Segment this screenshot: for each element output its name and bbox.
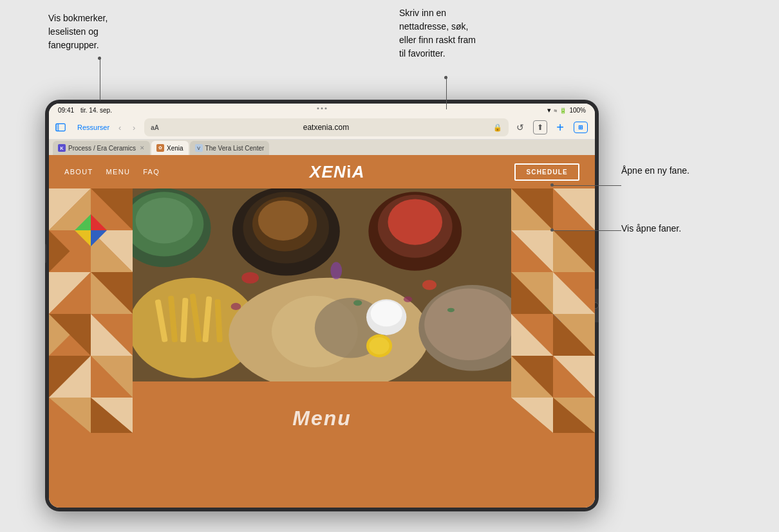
tab-label-process: Process / Era Ceramics (68, 145, 136, 152)
chrome-actions: ↺ ⬆ + ⊞ (512, 120, 588, 135)
svg-marker-17 (49, 272, 91, 314)
svg-marker-15 (75, 230, 91, 246)
reader-mode-button[interactable]: aA (151, 124, 159, 131)
svg-marker-47 (553, 272, 595, 314)
connector-dot-1 (98, 57, 101, 60)
svg-marker-43 (553, 314, 569, 330)
svg-rect-12 (75, 214, 107, 246)
schedule-button[interactable]: SCHEDULE (514, 163, 579, 181)
svg-point-92 (231, 303, 241, 310)
svg-marker-10 (49, 230, 91, 272)
svg-marker-13 (91, 214, 107, 230)
wifi-strength: ≈ (554, 107, 557, 114)
tab-label-xenia: Xenia (167, 145, 183, 152)
tab-label-vera: The Vera List Center (205, 145, 265, 152)
svg-point-95 (369, 337, 389, 354)
ipad-screen: 09:41 tir. 14. sep. ▾ ≈ 🔋 100% Ressurser (49, 104, 595, 508)
connector-line-4 (552, 230, 621, 231)
ipad-frame: 09:41 tir. 14. sep. ▾ ≈ 🔋 100% Ressurser (45, 100, 599, 511)
refresh-button[interactable]: ↺ (512, 120, 528, 135)
side-button-left[interactable] (45, 244, 46, 263)
svg-marker-41 (553, 230, 595, 272)
svg-marker-19 (49, 272, 91, 314)
status-time: 09:41 (58, 107, 74, 114)
svg-point-91 (447, 308, 455, 313)
food-photo (107, 188, 537, 381)
annotation-new-tab: Åpne en ny fane. (621, 164, 744, 178)
svg-marker-23 (49, 314, 91, 356)
bottom-menu-text: Menu (292, 407, 352, 430)
connector-line-2 (446, 76, 447, 109)
svg-point-89 (422, 280, 436, 290)
status-date: tir. 14. sep. (80, 107, 112, 114)
dot1 (317, 107, 319, 109)
tabs-bar: K Process / Era Ceramics ✕ ✿ Xenia V The… (49, 140, 595, 155)
tab-favicon-xenia: ✿ (156, 144, 164, 152)
svg-marker-4 (49, 188, 91, 230)
connector-line-1 (100, 57, 100, 100)
svg-point-69 (258, 201, 308, 241)
status-right: ▾ ≈ 🔋 100% (547, 106, 586, 115)
svg-marker-16 (75, 214, 91, 230)
share-button[interactable]: ⬆ (533, 120, 547, 134)
svg-rect-1 (56, 124, 59, 131)
svg-marker-51 (553, 314, 595, 356)
food-image-svg (107, 188, 537, 381)
svg-point-93 (404, 297, 412, 302)
tab-process[interactable]: K Process / Era Ceramics ✕ (53, 141, 150, 155)
status-left: 09:41 tir. 14. sep. (58, 107, 112, 114)
svg-point-90 (353, 300, 362, 306)
nav-faq[interactable]: FAQ (143, 168, 160, 176)
forward-button[interactable]: › (127, 121, 140, 134)
nav-arrows: ‹ › (113, 121, 140, 134)
website-content: ABOUT MENU FAQ XENiA SCHEDULE (49, 155, 595, 508)
svg-point-72 (388, 199, 442, 244)
battery-icon: 🔋 (559, 107, 567, 114)
xenia-nav-links: ABOUT MENU FAQ (64, 168, 160, 176)
wifi-icon: ▾ (547, 106, 551, 115)
battery-percent: 100% (569, 107, 586, 114)
bottom-section: Menu (49, 381, 595, 433)
status-bar: 09:41 tir. 14. sep. ▾ ≈ 🔋 100% (49, 104, 595, 116)
xenia-navbar: ABOUT MENU FAQ XENiA SCHEDULE (49, 155, 595, 188)
connector-line-3 (552, 185, 621, 186)
svg-marker-35 (553, 188, 595, 230)
browser-chrome: Ressurser ‹ › aA eatxenia.com 🔒 ↺ ⬆ + ⊞ (49, 116, 595, 140)
tab-favicon-vera: V (195, 144, 203, 152)
sidebar-button[interactable] (55, 120, 73, 134)
back-button[interactable]: ‹ (113, 121, 126, 134)
svg-marker-21 (49, 314, 91, 356)
svg-marker-45 (537, 298, 553, 314)
svg-point-65 (136, 197, 193, 243)
three-dots-menu[interactable] (317, 107, 327, 109)
nav-about[interactable]: ABOUT (64, 168, 93, 176)
svg-marker-42 (553, 298, 569, 314)
lock-icon: 🔒 (493, 124, 502, 132)
resources-label[interactable]: Ressurser (77, 124, 109, 131)
tabs-grid-icon: ⊞ (574, 122, 588, 133)
dot2 (321, 107, 323, 109)
sidebar-icon (55, 122, 66, 133)
svg-point-88 (330, 262, 342, 279)
address-bar[interactable]: aA eatxenia.com 🔒 (144, 118, 509, 136)
tab-vera[interactable]: V The Vera List Center (190, 141, 270, 155)
annotation-bookmarks: Vis bokmerker, leselisten og fanegrupper… (48, 12, 151, 52)
annotation-open-tabs: Vis åpne faner. (621, 222, 744, 235)
new-tab-button[interactable]: + (552, 120, 568, 135)
tabs-overview-button[interactable]: ⊞ (573, 120, 588, 135)
annotation-address: Skriv inn en nettadresse, søk, eller fin… (399, 6, 528, 60)
svg-marker-49 (553, 272, 595, 314)
connector-dot-4 (550, 228, 554, 232)
svg-marker-8 (49, 230, 91, 272)
svg-marker-14 (91, 230, 107, 246)
svg-point-86 (424, 289, 513, 360)
xenia-logo: XENiA (310, 162, 365, 182)
svg-marker-39 (553, 230, 595, 272)
connector-dot-2 (444, 76, 447, 79)
tab-close-process[interactable]: ✕ (140, 145, 145, 151)
tab-favicon-process: K (58, 144, 66, 152)
tab-xenia[interactable]: ✿ Xenia (151, 141, 189, 155)
nav-menu[interactable]: MENU (106, 168, 131, 176)
svg-point-84 (371, 300, 402, 326)
connector-dot-3 (550, 183, 554, 187)
